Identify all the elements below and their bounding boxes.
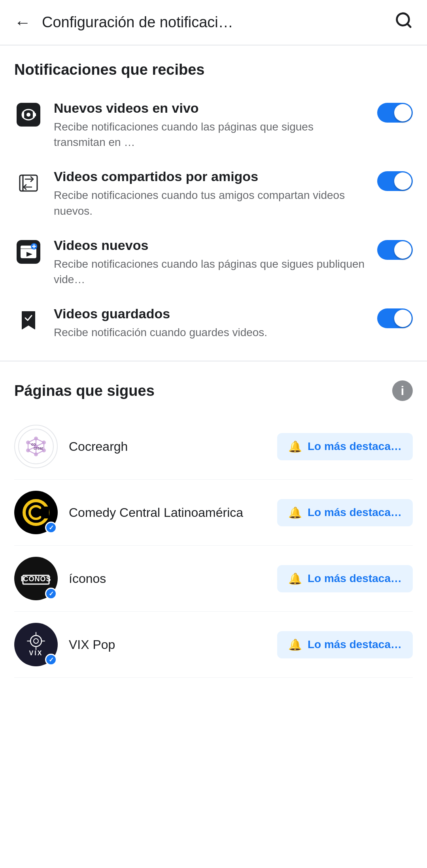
- svg-text:VIX: VIX: [29, 650, 43, 656]
- iconos-notif-button[interactable]: 🔔 Lo más destaca…: [277, 565, 413, 592]
- page-item-iconos: ICONOS íconos 🔔 Lo más destaca…: [14, 546, 413, 612]
- svg-rect-6: [22, 112, 24, 118]
- notif-desc-saved: Recibe notificación cuando guardes video…: [54, 325, 366, 340]
- toggle-new[interactable]: [377, 238, 413, 260]
- notif-item-live: Nuevos videos en vivo Recibe notificacio…: [14, 91, 413, 159]
- toggle-live-switch[interactable]: [377, 103, 413, 123]
- pages-section-title: Páginas que sigues: [14, 382, 155, 399]
- comedy-name: Comedy Central Latinoamérica: [69, 505, 266, 520]
- notif-content-saved: Videos guardados Recibe notificación cua…: [54, 306, 366, 340]
- comedy-avatar-wrap: [14, 491, 58, 534]
- page-title: Configuración de notificaci…: [42, 14, 395, 31]
- svg-line-1: [407, 24, 410, 27]
- notifications-title: Notificaciones que recibes: [14, 61, 413, 78]
- notifications-section: Notificaciones que recibes Nuevos videos…: [0, 45, 427, 357]
- page-item-vix: VIX VIX Pop 🔔 Lo más destaca…: [14, 612, 413, 678]
- page-item-cocreargh: co crear Cocreargh 🔔 Lo más destaca…: [14, 414, 413, 480]
- toggle-shared-switch[interactable]: [377, 171, 413, 191]
- notif-content-new: Videos nuevos Recibe notificaciones cuan…: [54, 238, 366, 287]
- iconos-avatar-wrap: ICONOS: [14, 557, 58, 600]
- iconos-btn-label: Lo más destaca…: [308, 572, 402, 585]
- toggle-live[interactable]: [377, 100, 413, 123]
- notif-content-shared: Videos compartidos por amigos Recibe not…: [54, 169, 366, 218]
- info-icon[interactable]: i: [392, 380, 413, 401]
- vix-name: VIX Pop: [69, 637, 266, 652]
- saved-icon: [14, 306, 43, 335]
- new-video-icon: [14, 238, 43, 266]
- notif-desc-new: Recibe notificaciones cuando las páginas…: [54, 256, 366, 287]
- notif-title-saved: Videos guardados: [54, 306, 366, 321]
- iconos-name: íconos: [69, 571, 266, 586]
- search-button[interactable]: [395, 11, 413, 34]
- cocreargh-avatar-wrap: co crear: [14, 425, 58, 468]
- svg-point-4: [26, 113, 30, 117]
- toggle-saved-switch[interactable]: [377, 308, 413, 328]
- notif-title-shared: Videos compartidos por amigos: [54, 169, 366, 184]
- notif-item-shared: Videos compartidos por amigos Recibe not…: [14, 159, 413, 228]
- cocreargh-btn-label: Lo más destaca…: [308, 440, 402, 453]
- bell-icon-iconos: 🔔: [288, 572, 302, 585]
- cocreargh-avatar: co crear: [14, 425, 58, 468]
- bell-icon: 🔔: [288, 440, 302, 453]
- svg-rect-39: [40, 509, 43, 516]
- svg-rect-7: [35, 113, 36, 116]
- share-icon: [14, 169, 43, 197]
- live-video-icon: [14, 100, 43, 129]
- pages-section: Páginas que sigues i: [0, 365, 427, 686]
- notif-item-new: Videos nuevos Recibe notificaciones cuan…: [14, 228, 413, 297]
- vix-avatar-wrap: VIX: [14, 623, 58, 666]
- svg-rect-5: [33, 112, 35, 118]
- bell-icon-vix: 🔔: [288, 638, 302, 651]
- section-divider: [0, 361, 427, 361]
- notif-content-live: Nuevos videos en vivo Recibe notificacio…: [54, 100, 366, 150]
- comedy-notif-button[interactable]: 🔔 Lo más destaca…: [277, 499, 413, 526]
- toggle-saved[interactable]: [377, 306, 413, 328]
- notif-desc-live: Recibe notificaciones cuando las páginas…: [54, 119, 366, 150]
- notif-desc-shared: Recibe notificaciones cuando tus amigos …: [54, 187, 366, 218]
- notif-title-live: Nuevos videos en vivo: [54, 100, 366, 116]
- comedy-btn-label: Lo más destaca…: [308, 506, 402, 519]
- cocreargh-notif-button[interactable]: 🔔 Lo más destaca…: [277, 433, 413, 460]
- svg-text:ICONOS: ICONOS: [21, 575, 51, 583]
- toggle-shared[interactable]: [377, 169, 413, 191]
- vix-notif-button[interactable]: 🔔 Lo más destaca…: [277, 631, 413, 658]
- svg-text:crear: crear: [34, 446, 43, 450]
- bell-icon-comedy: 🔔: [288, 506, 302, 519]
- vix-verified-badge: [45, 654, 57, 666]
- back-button[interactable]: ←: [14, 13, 31, 32]
- cocreargh-name: Cocreargh: [69, 439, 266, 454]
- vix-btn-label: Lo más destaca…: [308, 638, 402, 651]
- notif-title-new: Videos nuevos: [54, 238, 366, 253]
- iconos-verified-badge: [45, 588, 57, 599]
- pages-header: Páginas que sigues i: [14, 380, 413, 401]
- comedy-verified-badge: [45, 522, 57, 533]
- page-item-comedy: Comedy Central Latinoamérica 🔔 Lo más de…: [14, 480, 413, 546]
- notif-item-saved: Videos guardados Recibe notificación cua…: [14, 297, 413, 350]
- toggle-new-switch[interactable]: [377, 240, 413, 260]
- header: ← Configuración de notificaci…: [0, 0, 427, 45]
